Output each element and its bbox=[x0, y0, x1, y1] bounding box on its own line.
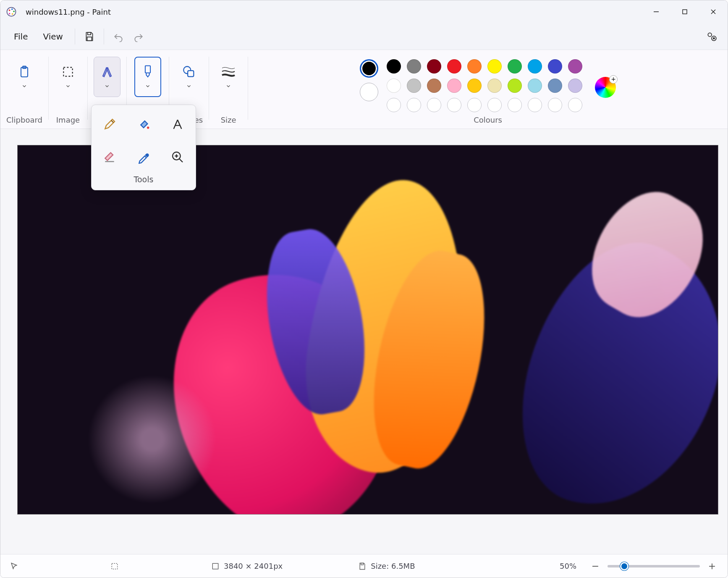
maximize-button[interactable] bbox=[670, 0, 699, 23]
color-swatch[interactable] bbox=[467, 59, 482, 74]
edit-colors-button[interactable] bbox=[595, 77, 616, 98]
svg-rect-17 bbox=[63, 67, 72, 76]
custom-color-slot[interactable] bbox=[387, 98, 401, 112]
svg-rect-28 bbox=[361, 563, 364, 565]
svg-rect-26 bbox=[112, 563, 117, 569]
chevron-down-icon bbox=[104, 83, 110, 91]
svg-point-21 bbox=[147, 126, 149, 129]
titlebar: windows11.png - Paint bbox=[0, 0, 728, 23]
tools-popup: Tools bbox=[91, 105, 196, 190]
file-size-value: Size: 6.5MB bbox=[371, 562, 415, 570]
redo-button[interactable] bbox=[128, 26, 149, 47]
color-swatch[interactable] bbox=[548, 59, 562, 74]
size-group: Size bbox=[209, 54, 248, 129]
color-swatch[interactable] bbox=[447, 79, 461, 93]
color-swatch[interactable] bbox=[508, 59, 522, 74]
svg-rect-27 bbox=[212, 563, 218, 569]
menubar: File View bbox=[0, 23, 728, 50]
custom-color-slot[interactable] bbox=[427, 98, 441, 112]
clipboard-group: Clipboard bbox=[0, 54, 48, 129]
brushes-dropdown[interactable] bbox=[134, 57, 161, 97]
undo-button[interactable] bbox=[108, 26, 128, 47]
tools-popup-label: Tools bbox=[99, 175, 188, 184]
select-button[interactable] bbox=[55, 57, 81, 97]
clipboard-label: Clipboard bbox=[6, 116, 42, 129]
color-swatch[interactable] bbox=[528, 79, 542, 93]
color-swatch[interactable] bbox=[528, 59, 542, 74]
selection-icon bbox=[60, 63, 76, 80]
close-button[interactable] bbox=[699, 0, 728, 23]
image-label: Image bbox=[56, 116, 80, 129]
color-swatch[interactable] bbox=[568, 59, 582, 74]
color-swatch[interactable] bbox=[548, 79, 562, 93]
svg-point-4 bbox=[12, 13, 13, 15]
zoom-out-button[interactable]: − bbox=[589, 560, 602, 573]
svg-point-2 bbox=[11, 8, 13, 10]
svg-rect-20 bbox=[188, 71, 194, 76]
eraser-tool[interactable] bbox=[100, 147, 120, 167]
image-group: Image bbox=[49, 54, 87, 129]
selection-size bbox=[110, 562, 119, 570]
file-menu[interactable]: File bbox=[6, 28, 35, 45]
view-menu[interactable]: View bbox=[35, 28, 70, 45]
canvas-image[interactable] bbox=[17, 145, 718, 515]
custom-color-slot[interactable] bbox=[548, 98, 562, 112]
color-palette bbox=[387, 59, 582, 112]
svg-rect-11 bbox=[87, 37, 92, 41]
custom-color-slot[interactable] bbox=[528, 98, 542, 112]
custom-color-slot[interactable] bbox=[508, 98, 522, 112]
dimensions-value: 3840 × 2401px bbox=[224, 562, 283, 570]
svg-point-14 bbox=[713, 37, 715, 39]
color-swatch[interactable] bbox=[407, 59, 421, 74]
color-swatch[interactable] bbox=[407, 79, 421, 93]
color-swatch[interactable] bbox=[508, 79, 522, 93]
zoom-slider[interactable] bbox=[608, 565, 700, 567]
custom-color-slot[interactable] bbox=[447, 98, 461, 112]
color-swatch[interactable] bbox=[467, 79, 482, 93]
color-swatch[interactable] bbox=[447, 59, 461, 74]
color-swatch[interactable] bbox=[487, 79, 502, 93]
color-picker-tool[interactable] bbox=[134, 147, 154, 167]
paste-button[interactable] bbox=[11, 57, 38, 97]
secondary-color-swatch[interactable] bbox=[360, 83, 378, 101]
text-tool[interactable] bbox=[168, 114, 188, 134]
colours-group: Colours bbox=[248, 54, 728, 129]
statusbar: 3840 × 2401px Size: 6.5MB 50% − + bbox=[0, 554, 728, 578]
color-swatch[interactable] bbox=[487, 59, 502, 74]
paint-app-icon bbox=[5, 6, 17, 18]
custom-color-slot[interactable] bbox=[568, 98, 582, 112]
svg-rect-18 bbox=[145, 66, 150, 73]
window-title: windows11.png - Paint bbox=[26, 8, 111, 16]
chevron-down-icon bbox=[186, 83, 192, 91]
zoom-value: 50% bbox=[560, 562, 576, 570]
minimize-button[interactable] bbox=[642, 0, 670, 23]
chevron-down-icon bbox=[21, 83, 27, 91]
settings-button[interactable] bbox=[702, 26, 722, 47]
pencil-tool[interactable] bbox=[100, 114, 120, 134]
color-swatch[interactable] bbox=[568, 79, 582, 93]
color-swatch[interactable] bbox=[387, 79, 401, 93]
cursor-position bbox=[10, 562, 18, 570]
fill-tool[interactable] bbox=[134, 114, 154, 134]
svg-point-3 bbox=[13, 11, 15, 12]
magnifier-tool[interactable] bbox=[168, 147, 188, 167]
custom-color-slot[interactable] bbox=[467, 98, 482, 112]
ribbon: Clipboard Image Tools Brushes bbox=[0, 50, 728, 129]
chevron-down-icon bbox=[145, 83, 151, 91]
svg-point-5 bbox=[9, 13, 10, 14]
svg-point-1 bbox=[9, 10, 10, 11]
svg-rect-7 bbox=[683, 10, 687, 14]
zoom-slider-thumb[interactable] bbox=[620, 562, 628, 570]
custom-color-slot[interactable] bbox=[407, 98, 421, 112]
zoom-in-button[interactable]: + bbox=[706, 560, 718, 573]
tools-dropdown[interactable] bbox=[94, 57, 120, 97]
custom-color-slot[interactable] bbox=[487, 98, 502, 112]
color-swatch[interactable] bbox=[387, 59, 401, 74]
primary-color-swatch[interactable] bbox=[360, 59, 378, 78]
color-swatch[interactable] bbox=[427, 59, 441, 74]
save-button[interactable] bbox=[79, 26, 100, 47]
color-swatch[interactable] bbox=[427, 79, 441, 93]
size-dropdown[interactable] bbox=[215, 57, 242, 97]
shapes-dropdown[interactable] bbox=[175, 57, 202, 97]
size-label: Size bbox=[221, 116, 236, 129]
